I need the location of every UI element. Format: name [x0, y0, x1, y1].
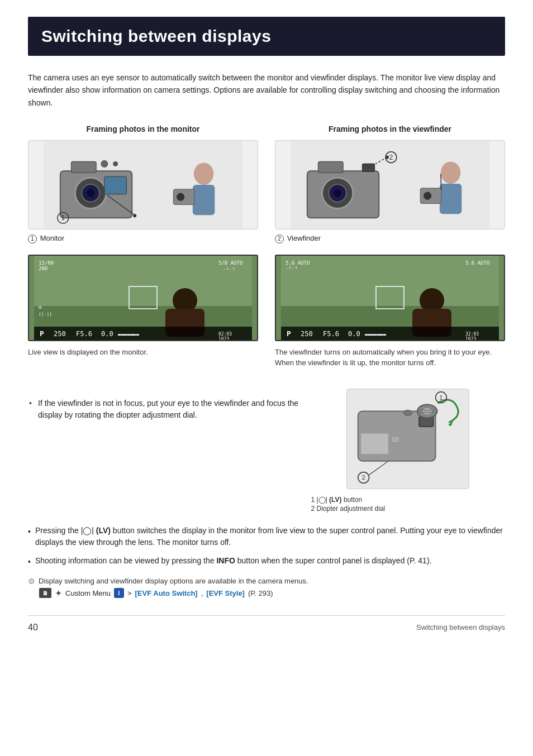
- viewfinder-callout-label: 2 Viewfinder: [275, 234, 505, 243]
- ref-gear-icon: ✦: [55, 588, 62, 599]
- monitor-liveview-col: 15/00 200 5/8 AUTO ·²·³ ⊟ ((·)) P 250 F5…: [28, 255, 258, 377]
- page-title-bar: Switching between displays: [28, 17, 505, 56]
- svg-text:2: 2: [389, 154, 393, 161]
- svg-text:1: 1: [61, 214, 65, 222]
- monitor-label-text: Monitor: [40, 234, 64, 242]
- svg-point-24: [334, 189, 341, 197]
- intro-paragraph: The camera uses an eye sensor to automat…: [28, 71, 505, 109]
- lv-icon: |◯|: [317, 496, 330, 504]
- svg-text:F5.6: F5.6: [323, 330, 339, 338]
- diopter-diagram: 1 2: [346, 389, 469, 489]
- diagram-labels: 1 |◯| (LV) button 2 Diopter adjustment d…: [311, 495, 434, 514]
- viewfinder-scene-svg: 2: [275, 141, 505, 229]
- svg-rect-20: [318, 162, 343, 173]
- svg-text:P: P: [40, 329, 44, 338]
- monitor-column: Framing photos in the monitor: [28, 125, 258, 243]
- info-button-label: INFO: [216, 556, 235, 565]
- dial-circle: 2: [311, 505, 315, 513]
- svg-text:⊟: ⊟: [39, 304, 41, 310]
- two-col-section: Framing photos in the monitor: [28, 125, 505, 243]
- lv-key: (LV) button: [329, 496, 362, 504]
- diopter-section: If the viewfinder is not in focus, put y…: [28, 389, 505, 514]
- ref-arrow: >: [127, 589, 132, 597]
- svg-text:2: 2: [362, 474, 365, 481]
- book-icon: 🗎: [39, 588, 51, 598]
- svg-text:0.0: 0.0: [101, 330, 113, 338]
- page-number: 40: [28, 623, 38, 633]
- monitor-screen-svg: 15/00 200 5/8 AUTO ·²·³ ⊟ ((·)) P 250 F5…: [29, 256, 257, 341]
- svg-text:1: 1: [440, 394, 443, 400]
- viewfinder-scene: 2: [275, 140, 505, 229]
- page-title: Switching between displays: [41, 27, 492, 46]
- svg-point-7: [101, 161, 108, 168]
- note-row: ⚙ Display switching and viewfinder displ…: [28, 577, 505, 586]
- evf-style-link: [EVF Style]: [206, 589, 245, 597]
- svg-rect-30: [440, 184, 462, 214]
- custom-menu-text: Custom Menu: [65, 589, 111, 597]
- monitor-col-header: Framing photos in the monitor: [28, 125, 258, 133]
- reference-row: 🗎 ✦ Custom Menu I > [EVF Auto Switch], […: [39, 588, 505, 599]
- evf-auto-switch-link: [EVF Auto Switch]: [135, 589, 198, 597]
- viewfinder-circle-num: 2: [275, 235, 284, 243]
- svg-text:((·)): ((·)): [39, 312, 52, 317]
- svg-text:P: P: [287, 329, 291, 338]
- note-gear-icon: ⚙: [28, 577, 35, 586]
- svg-point-8: [113, 162, 118, 166]
- lv-button-icon: |◯|: [81, 526, 94, 535]
- svg-text:0.0: 0.0: [348, 330, 360, 338]
- svg-rect-14: [193, 185, 215, 215]
- svg-rect-83: [361, 433, 389, 454]
- svg-point-74: [422, 407, 433, 415]
- viewfinder-col-header: Framing photos in the viewfinder: [275, 125, 505, 133]
- note-text: Display switching and viewfinder display…: [39, 577, 308, 585]
- svg-text:·²·³: ·²·³: [285, 266, 298, 271]
- svg-rect-6: [104, 176, 127, 194]
- diopter-notes: If the viewfinder is not in focus, put y…: [28, 389, 300, 514]
- bullet-1-dot: •: [28, 526, 31, 548]
- main-bullet-section: • Pressing the |◯| (LV) button switches …: [28, 525, 505, 568]
- svg-point-85: [403, 410, 412, 415]
- svg-text:200: 200: [39, 266, 47, 271]
- svg-point-29: [441, 162, 461, 184]
- svg-text:5/8 AUTO: 5/8 AUTO: [218, 260, 242, 266]
- dial-label-text: Diopter adjustment dial: [317, 505, 386, 513]
- main-bullet-1: • Pressing the |◯| (LV) button switches …: [28, 525, 505, 548]
- viewfinder-screen-svg: 5.6 AUTO ·²·³ 5.6 AUTO P 250 F5.6 0.0 ▬▬…: [276, 256, 504, 341]
- svg-point-33: [423, 192, 432, 200]
- monitor-callout-label: 1 Monitor: [28, 234, 258, 243]
- svg-text:250: 250: [54, 330, 66, 338]
- svg-text:▬▬▬▬▬▬▬: ▬▬▬▬▬▬▬: [365, 332, 387, 337]
- svg-text:F5.6: F5.6: [76, 330, 92, 338]
- viewfinder-caption: The viewfinder turns on automatically wh…: [275, 347, 505, 369]
- svg-text:1023: 1023: [218, 337, 229, 341]
- svg-point-10: [133, 214, 136, 218]
- svg-text:5.6 AUTO: 5.6 AUTO: [285, 260, 310, 266]
- diagram-label-2: 2 Diopter adjustment dial: [311, 505, 434, 513]
- monitor-screen: 15/00 200 5/8 AUTO ·²·³ ⊟ ((·)) P 250 F5…: [28, 255, 258, 341]
- diopter-diagram-svg: 1 2: [347, 389, 469, 489]
- footer-section-title: Switching between displays: [416, 623, 505, 631]
- svg-point-17: [176, 193, 185, 202]
- svg-point-5: [87, 189, 94, 197]
- monitor-circle-num: 1: [28, 235, 37, 243]
- svg-text:1023: 1023: [465, 337, 476, 341]
- page-ref-41: P. 41: [410, 556, 427, 565]
- focus-bullet-list: If the viewfinder is not in focus, put y…: [28, 398, 300, 421]
- focus-bullet-item: If the viewfinder is not in focus, put y…: [28, 398, 300, 421]
- svg-text:250: 250: [301, 330, 313, 338]
- viewfinder-label-text: Viewfinder: [287, 234, 321, 242]
- viewfinder-screen: 5.6 AUTO ·²·³ 5.6 AUTO P 250 F5.6 0.0 ▬▬…: [275, 255, 505, 341]
- diagram-label-1: 1 |◯| (LV) button: [311, 496, 434, 504]
- main-bullet-2: • Shooting information can be viewed by …: [28, 555, 505, 568]
- svg-text:02:03: 02:03: [218, 332, 232, 337]
- ref-page-293: (P. 293): [248, 589, 273, 597]
- bullet-2-text: Shooting information can be viewed by pr…: [35, 555, 432, 568]
- comma: ,: [201, 589, 203, 597]
- lv-circle: 1: [311, 496, 315, 504]
- screen-mockup-row: 15/00 200 5/8 AUTO ·²·³ ⊟ ((·)) P 250 F5…: [28, 255, 505, 377]
- svg-rect-2: [72, 162, 96, 173]
- page-footer: 40 Switching between displays: [28, 615, 505, 633]
- svg-text:32:03: 32:03: [465, 332, 479, 337]
- custom-menu-badge: I: [114, 588, 124, 598]
- svg-text:5.6 AUTO: 5.6 AUTO: [465, 260, 489, 266]
